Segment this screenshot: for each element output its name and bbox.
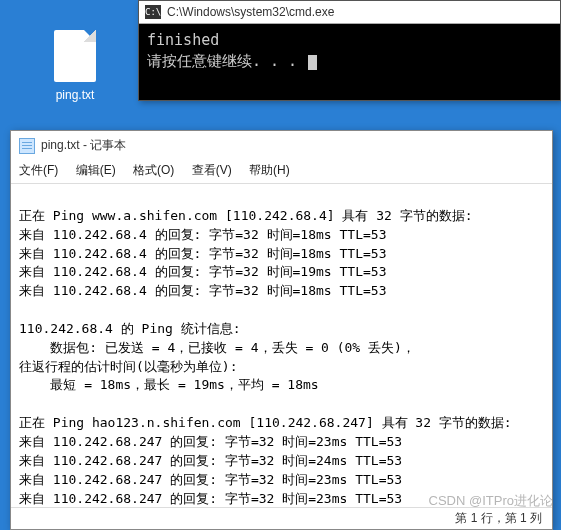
menu-edit[interactable]: 编辑(E) [76, 163, 116, 177]
cmd-title-text: C:\Windows\system32\cmd.exe [167, 5, 334, 19]
notepad-statusbar: 第 1 行，第 1 列 [11, 507, 552, 529]
cmd-window[interactable]: C:\ C:\Windows\system32\cmd.exe finished… [138, 0, 561, 101]
menu-format[interactable]: 格式(O) [133, 163, 174, 177]
notepad-titlebar[interactable]: ping.txt - 记事本 [11, 131, 552, 160]
notepad-title-text: ping.txt - 记事本 [41, 137, 126, 154]
cmd-line: 请按任意键继续. . . [147, 51, 552, 72]
cmd-body[interactable]: finished 请按任意键继续. . . [139, 24, 560, 100]
notepad-window[interactable]: ping.txt - 记事本 文件(F) 编辑(E) 格式(O) 查看(V) 帮… [10, 130, 553, 530]
cmd-line: finished [147, 30, 552, 51]
cmd-icon: C:\ [145, 5, 161, 19]
menu-help[interactable]: 帮助(H) [249, 163, 290, 177]
desktop-file-label: ping.txt [40, 88, 110, 102]
cmd-cursor [308, 55, 317, 70]
notepad-textarea[interactable]: 正在 Ping www.a.shifen.com [110.242.68.4] … [11, 184, 552, 507]
notepad-icon [19, 138, 35, 154]
notepad-menubar: 文件(F) 编辑(E) 格式(O) 查看(V) 帮助(H) [11, 160, 552, 184]
desktop-file-icon[interactable]: ping.txt [40, 30, 110, 102]
text-file-icon [54, 30, 96, 82]
menu-view[interactable]: 查看(V) [192, 163, 232, 177]
cmd-titlebar[interactable]: C:\ C:\Windows\system32\cmd.exe [139, 1, 560, 24]
menu-file[interactable]: 文件(F) [19, 163, 58, 177]
